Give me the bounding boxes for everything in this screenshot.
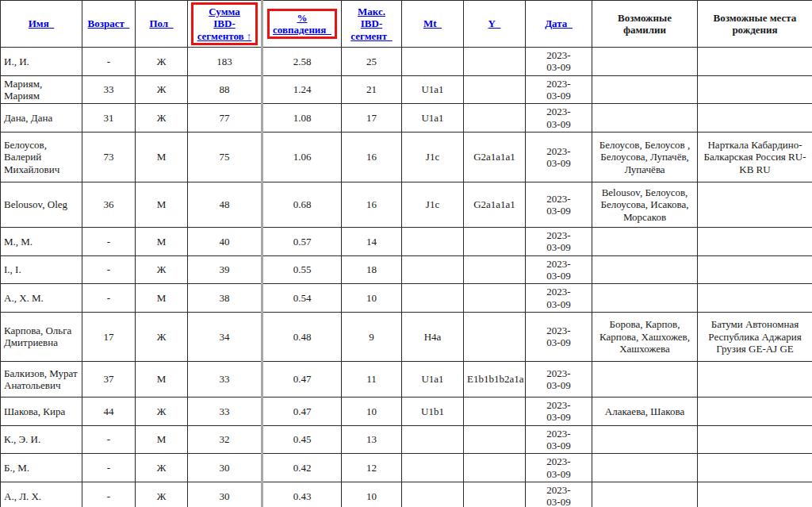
cell-mt: [402, 255, 464, 284]
cell-ibd-max: 25: [342, 47, 402, 75]
cell-age: -: [82, 47, 136, 75]
column-header-y: Y: [464, 1, 526, 48]
cell-date: 2023- 03-09: [526, 312, 592, 361]
cell-mt: [402, 454, 464, 482]
cell-sex: Ж: [136, 75, 188, 104]
cell-birthplaces: [698, 182, 812, 227]
sort-link-age[interactable]: Возраст: [88, 17, 130, 29]
cell-birthplaces: [698, 361, 812, 397]
cell-mt: U1b1: [402, 397, 464, 425]
sort-link-sex[interactable]: Пол: [149, 17, 173, 29]
cell-age: -: [82, 454, 136, 482]
cell-ibd-sum: 38: [188, 284, 262, 313]
cell-ibd-max: 13: [342, 425, 402, 454]
cell-birthplaces: [698, 482, 812, 507]
cell-y: [464, 482, 526, 507]
cell-date: 2023- 03-09: [526, 47, 592, 75]
cell-age: 31: [82, 104, 136, 133]
cell-name: И., И.: [1, 47, 82, 75]
cell-name: I., I.: [1, 255, 82, 284]
cell-sex: Ж: [136, 104, 188, 133]
cell-match-pct: 0.47: [262, 397, 342, 425]
cell-ibd-sum: 34: [188, 312, 262, 361]
cell-surnames: Belousov, Белоусов, Белоусова, Исакова, …: [592, 182, 698, 227]
cell-y: [464, 227, 526, 255]
cell-ibd-max: 17: [342, 104, 402, 133]
cell-ibd-sum: 39: [188, 255, 262, 284]
cell-ibd-max: 16: [342, 132, 402, 182]
cell-sex: Ж: [136, 397, 188, 425]
cell-name: А., Х. М.: [1, 284, 82, 313]
cell-ibd-sum: 77: [188, 104, 262, 133]
table-row: Б., М.-Ж300.42122023- 03-09: [1, 454, 812, 482]
cell-y: [464, 47, 526, 75]
cell-surnames: [592, 454, 698, 482]
cell-surnames: [592, 75, 698, 104]
table-row: А., Л. Х.-Ж300.43102023- 03-09: [1, 482, 812, 507]
cell-date: 2023- 03-09: [526, 284, 592, 313]
cell-date: 2023- 03-09: [526, 255, 592, 284]
cell-date: 2023- 03-09: [526, 454, 592, 482]
sort-link-ibd-max[interactable]: Макс. IBD- сегмент: [350, 6, 392, 42]
cell-age: 33: [82, 75, 136, 104]
cell-surnames: [592, 425, 698, 454]
cell-ibd-max: 10: [342, 397, 402, 425]
cell-name: Шакова, Кира: [1, 397, 82, 425]
cell-age: 44: [82, 397, 136, 425]
sort-link-mt[interactable]: Mt: [423, 17, 442, 29]
cell-sex: М: [136, 132, 188, 182]
cell-sex: Ж: [136, 255, 188, 284]
cell-surnames: Алакаева, Шакова: [592, 397, 698, 425]
cell-surnames: [592, 47, 698, 75]
column-header-birthplaces: Возможные места рождения: [698, 1, 812, 48]
cell-surnames: Белоусов, Белоусов , Белоусова, Лупачёв,…: [592, 132, 698, 182]
cell-name: М., М.: [1, 227, 82, 255]
sort-link-name[interactable]: Имя: [29, 17, 55, 29]
cell-age: 37: [82, 361, 136, 397]
cell-y: [464, 284, 526, 313]
cell-mt: H4a: [402, 312, 464, 361]
cell-birthplaces: [698, 104, 812, 133]
cell-ibd-sum: 48: [188, 182, 262, 227]
cell-name: Карпова, Ольга Дмитриевна: [1, 312, 82, 361]
cell-ibd-max: 10: [342, 284, 402, 313]
cell-name: Белоусов, Валерий Михайлович: [1, 132, 82, 182]
cell-y: E1b1b1b2a1a: [464, 361, 526, 397]
cell-date: 2023- 03-09: [526, 397, 592, 425]
table-row: Балкизов, Мурат Анатольевич37М330.4711U1…: [1, 361, 812, 397]
cell-y: [464, 75, 526, 104]
cell-mt: U1a1: [402, 361, 464, 397]
cell-age: 17: [82, 312, 136, 361]
cell-ibd-sum: 30: [188, 482, 262, 507]
cell-birthplaces: [698, 397, 812, 425]
table-row: Мариям, Мариям33Ж881.2421U1a12023- 03-09: [1, 75, 812, 104]
cell-surnames: Борова, Карпов, Карпова, Хашхожев, Хашхо…: [592, 312, 698, 361]
cell-sex: М: [136, 361, 188, 397]
sort-link-ibd-sum[interactable]: Сумма IBD- сегментов ↑: [197, 6, 252, 42]
cell-y: G2a1a1a1: [464, 182, 526, 227]
cell-ibd-max: 11: [342, 361, 402, 397]
cell-ibd-max: 21: [342, 75, 402, 104]
cell-y: [464, 104, 526, 133]
table-row: А., Х. М.-М380.54102023- 03-09: [1, 284, 812, 313]
sort-link-match-pct[interactable]: % совпадения: [273, 12, 331, 36]
table-row: М., М.-М400.57142023- 03-09: [1, 227, 812, 255]
table-row: К., Э. И.-М320.45132023- 03-09: [1, 425, 812, 454]
cell-ibd-max: 18: [342, 255, 402, 284]
sort-link-y[interactable]: Y: [488, 17, 501, 29]
cell-surnames: [592, 284, 698, 313]
cell-match-pct: 2.58: [262, 47, 342, 75]
cell-date: 2023- 03-09: [526, 425, 592, 454]
header-row: Имя Возраст Пол Сумма IBD- сегментов ↑% …: [1, 1, 812, 48]
cell-match-pct: 0.54: [262, 284, 342, 313]
cell-match-pct: 1.08: [262, 104, 342, 133]
sort-link-date[interactable]: Дата: [545, 17, 573, 29]
column-header-ibd-max: Макс. IBD- сегмент: [342, 1, 402, 48]
cell-ibd-max: 14: [342, 227, 402, 255]
cell-date: 2023- 03-09: [526, 104, 592, 133]
cell-ibd-max: 10: [342, 482, 402, 507]
cell-y: [464, 255, 526, 284]
cell-age: -: [82, 255, 136, 284]
cell-surnames: [592, 482, 698, 507]
cell-mt: [402, 284, 464, 313]
